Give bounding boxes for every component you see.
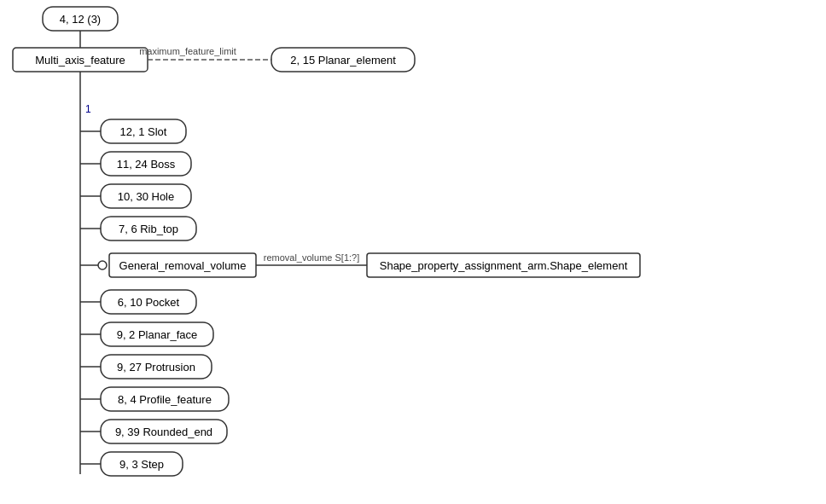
- multi-axis-label: Multi_axis_feature: [35, 54, 125, 67]
- root-node-label: 4, 12 (3): [60, 13, 101, 26]
- protrusion-label: 9, 27 Protrusion: [117, 361, 195, 374]
- slot-label: 12, 1 Slot: [120, 125, 167, 138]
- removal-volume-label: removal_volume S[1:?]: [264, 252, 360, 263]
- max-feature-label: maximum_feature_limit: [139, 46, 236, 56]
- boss-label: 11, 24 Boss: [117, 158, 176, 171]
- hole-label: 10, 30 Hole: [118, 190, 175, 203]
- step-label: 9, 3 Step: [119, 458, 164, 471]
- ribtop-label: 7, 6 Rib_top: [119, 223, 178, 235]
- planarface-label: 9, 2 Planar_face: [117, 328, 198, 341]
- shape-element-label: Shape_property_assignment_arm.Shape_elem…: [380, 259, 628, 272]
- diagram-canvas: 4, 12 (3) Multi_axis_feature maximum_fea…: [0, 0, 826, 504]
- planar-element-label: 2, 15 Planar_element: [290, 54, 396, 67]
- roundedend-label: 9, 39 Rounded_end: [115, 426, 212, 438]
- pocket-label: 6, 10 Pocket: [118, 296, 180, 309]
- number-label-1: 1: [85, 103, 91, 115]
- grv-label: General_removal_volume: [119, 259, 247, 272]
- grv-circle-icon: [98, 261, 107, 269]
- profile-label: 8, 4 Profile_feature: [118, 393, 212, 406]
